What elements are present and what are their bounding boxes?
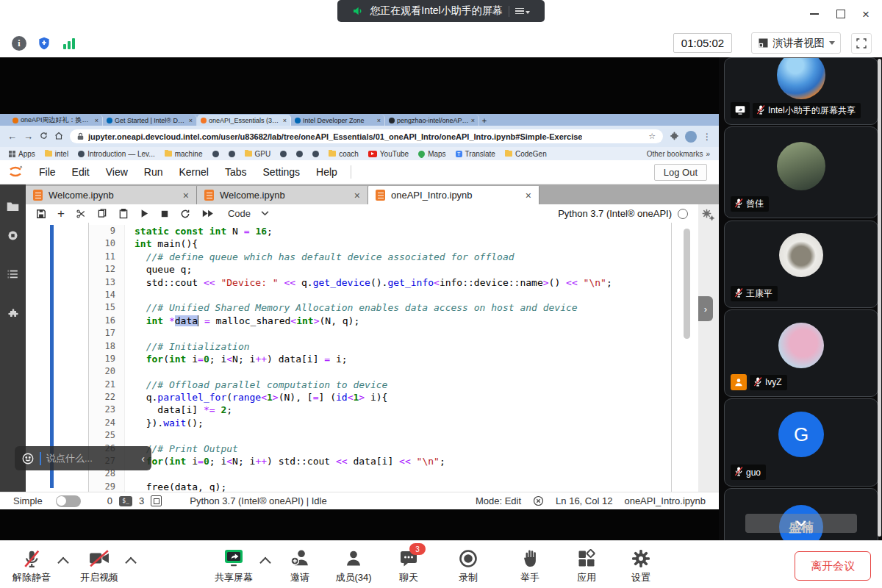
expand-panel-arrow[interactable]: ›	[698, 296, 713, 321]
code-line[interactable]: 21 //# Offload parallel computation to d…	[89, 379, 671, 391]
bookmark-item[interactable]	[212, 151, 219, 157]
paste-icon[interactable]	[118, 209, 129, 219]
code-line[interactable]: 29 free(data, q);	[89, 481, 671, 492]
kernel-indicator[interactable]: Python 3.7 (Intel® oneAPI)	[558, 208, 688, 219]
tab-close-icon[interactable]: ×	[354, 190, 360, 201]
maximize-button[interactable]	[831, 4, 851, 24]
browser-profile-avatar[interactable]	[685, 131, 697, 143]
bookmark-star-icon[interactable]: ☆	[648, 132, 656, 141]
back-icon[interactable]: ←	[7, 132, 17, 141]
leave-meeting-button[interactable]: 离开会议	[795, 551, 871, 581]
minimize-button[interactable]	[804, 4, 825, 24]
menu-view[interactable]: View	[98, 166, 136, 178]
browser-tab[interactable]: pengzhao-intel/oneAPI_course:×	[385, 115, 479, 126]
save-icon[interactable]	[36, 209, 46, 219]
file-browser-icon[interactable]	[0, 201, 26, 212]
simple-mode-toggle[interactable]	[56, 495, 81, 507]
tab-close-icon[interactable]: ×	[283, 117, 287, 124]
sidebar-scrollbar[interactable]	[878, 59, 881, 537]
cell-type-dropdown[interactable]: Code	[228, 208, 269, 219]
menu-kernel[interactable]: Kernel	[171, 166, 216, 178]
emoji-icon[interactable]	[21, 452, 35, 465]
restart-kernel-icon[interactable]	[180, 209, 190, 219]
chat-quick-input[interactable]: 说点什么... ‹	[15, 446, 151, 470]
logout-button[interactable]: Log Out	[654, 164, 707, 181]
extensions-puzzle-icon[interactable]	[670, 132, 679, 141]
table-of-contents-icon[interactable]	[0, 269, 26, 279]
notebook-tab[interactable]: Welcome.ipynb×	[26, 186, 197, 204]
bookmark-item[interactable]: GPU	[245, 150, 271, 158]
bookmark-item[interactable]: Apps	[9, 150, 35, 158]
bookmark-item[interactable]	[296, 151, 303, 157]
code-line[interactable]: 20	[89, 365, 671, 378]
code-line[interactable]: 9static const int N = 16;	[89, 225, 671, 237]
code-line[interactable]: 12 queue q;	[89, 263, 671, 276]
bookmark-item[interactable]: intel	[45, 150, 68, 158]
code-line[interactable]: 17	[89, 327, 671, 340]
menu-settings[interactable]: Settings	[255, 166, 309, 178]
editor-scrollbar[interactable]	[684, 229, 690, 339]
code-line[interactable]: 23 data[i] *= 2;	[89, 404, 671, 416]
code-line[interactable]: 16 int *data = malloc_shared<int>(N, q);	[89, 315, 671, 327]
run-all-icon[interactable]	[201, 209, 214, 218]
network-signal-icon[interactable]	[60, 35, 78, 52]
code-line[interactable]: 14	[89, 289, 671, 301]
menu-tabs[interactable]: Tabs	[217, 166, 255, 178]
bookmark-item[interactable]: Maps	[418, 150, 445, 158]
add-cell-icon[interactable]: +	[57, 207, 65, 221]
toolbar-settings-button[interactable]: 设置	[606, 548, 676, 584]
bookmark-item[interactable]: Introduction — Lev...	[78, 150, 155, 158]
menu-help[interactable]: Help	[308, 166, 345, 178]
tab-close-icon[interactable]: ×	[189, 117, 193, 124]
tab-close-icon[interactable]: ×	[471, 117, 475, 124]
tab-close-icon[interactable]: ×	[377, 117, 381, 124]
stop-kernel-icon[interactable]	[160, 209, 169, 218]
copy-icon[interactable]	[97, 209, 107, 219]
bookmark-item[interactable]: CodeGen	[505, 150, 547, 158]
fullscreen-button[interactable]	[851, 33, 872, 54]
view-mode-selector[interactable]: 演讲者视图	[751, 32, 841, 54]
browser-tab[interactable]: Intel Developer Zone×	[291, 115, 385, 126]
bookmark-item[interactable]	[280, 151, 287, 157]
extensions-icon[interactable]	[0, 308, 26, 320]
forward-icon[interactable]: →	[24, 132, 33, 141]
running-sessions-icon[interactable]	[0, 230, 26, 241]
participant-tile[interactable]: Intel小助手的屏幕共享	[724, 57, 878, 125]
cursor-position[interactable]: Ln 16, Col 12	[556, 495, 612, 506]
tab-close-icon[interactable]: ×	[183, 190, 189, 201]
bookmark-item[interactable]	[312, 151, 319, 157]
menu-run[interactable]: Run	[136, 166, 171, 178]
other-bookmarks[interactable]: Other bookmarks»	[647, 150, 710, 158]
code-line[interactable]: 28	[89, 467, 671, 480]
code-line[interactable]: 10int main(){	[89, 237, 671, 250]
kernel-status-text[interactable]: Python 3.7 (Intel® oneAPI) | Idle	[190, 495, 326, 506]
bookmark-item[interactable]: TTranslate	[456, 150, 495, 158]
menu-edit[interactable]: Edit	[64, 166, 98, 178]
browser-tab[interactable]: oneAPI周边好礼：换卡1介绍_IN×	[9, 115, 103, 126]
cut-icon[interactable]	[76, 209, 86, 219]
browser-tab[interactable]: oneAPI_Essentials (3) - JupyterLab×	[197, 115, 291, 126]
code-line[interactable]: 18 //# Initialization	[89, 340, 671, 353]
participant-tile[interactable]: 王康平	[724, 220, 878, 308]
code-line[interactable]: 25	[89, 429, 671, 442]
chat-input-placeholder[interactable]: 说点什么...	[46, 452, 93, 465]
browser-menu-icon[interactable]: ⋮	[703, 132, 711, 142]
toolbar-share-button[interactable]: 共享屏幕	[198, 548, 269, 584]
code-line[interactable]: 27 for(int i=0; i<N; i++) std::cout << d…	[89, 455, 671, 467]
notebook-tab[interactable]: Welcome.ipynb×	[197, 186, 368, 204]
reload-icon[interactable]	[40, 132, 48, 141]
collapse-chat-icon[interactable]: ‹	[141, 453, 145, 465]
tab-close-icon[interactable]: ×	[95, 117, 98, 124]
browser-tab[interactable]: Get Started | Intel® DevCloud×	[103, 115, 197, 126]
toolbar-record-button[interactable]: 录制	[433, 548, 503, 584]
participant-tile[interactable]: 盛楠盛楠	[724, 488, 878, 540]
bookmark-item[interactable]: YouTube	[368, 150, 409, 158]
toolbar-mic-button[interactable]: 解除静音	[0, 548, 67, 584]
bookmark-item[interactable]: coach	[329, 150, 359, 158]
menu-file[interactable]: File	[31, 166, 64, 178]
property-inspector-icon[interactable]	[701, 208, 716, 226]
toolbar-cam-button[interactable]: 开启视频	[64, 548, 135, 584]
editor-mode[interactable]: Mode: Edit	[476, 495, 521, 506]
code-editor[interactable]: 9static const int N = 16;10int main(){11…	[88, 223, 672, 492]
code-line[interactable]: 15 //# Unified Shared Memory Allocation …	[89, 301, 671, 314]
